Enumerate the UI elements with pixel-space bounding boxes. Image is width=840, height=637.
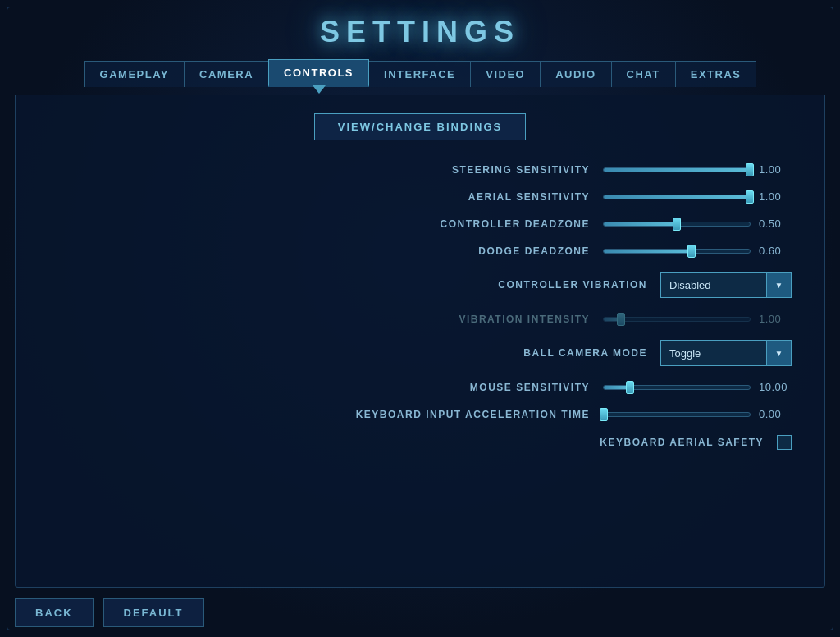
table-row: MOUSE SENSITIVITY 10.00 (48, 381, 792, 393)
steering-sensitivity-slider-container: 1.00 (603, 163, 792, 176)
ball-camera-mode-label: BALL CAMERA MODE (401, 347, 647, 359)
steering-sensitivity-fill (604, 168, 750, 172)
vibration-intensity-track (603, 317, 751, 322)
controller-deadzone-track[interactable] (603, 222, 751, 227)
dodge-deadzone-thumb (687, 245, 696, 258)
table-row: KEYBOARD INPUT ACCELERATION TIME 0.00 (48, 408, 792, 420)
tab-video[interactable]: VIDEO (470, 61, 541, 87)
dropdown-arrow-icon: ▼ (766, 341, 791, 365)
page-title: SETTINGS (0, 15, 840, 49)
table-row: STEERING SENSITIVITY 1.00 (48, 163, 792, 176)
aerial-sensitivity-track[interactable] (603, 195, 751, 199)
controller-deadzone-label: CONTROLLER DEADZONE (344, 218, 590, 230)
controller-deadzone-thumb (673, 218, 681, 231)
bottom-bar: BACK DEFAULT (15, 598, 204, 627)
aerial-sensitivity-slider-container: 1.00 (603, 190, 792, 203)
mouse-sensitivity-label: MOUSE SENSITIVITY (344, 382, 590, 393)
steering-sensitivity-track[interactable] (603, 167, 751, 172)
dodge-deadzone-track[interactable] (603, 249, 751, 254)
controller-deadzone-fill (604, 222, 677, 226)
controller-vibration-dropdown[interactable]: Disabled ▼ (660, 272, 792, 298)
keyboard-input-accel-value: 0.00 (759, 408, 792, 420)
mouse-sensitivity-value: 10.00 (759, 381, 792, 393)
table-row: AERIAL SENSITIVITY 1.00 (48, 190, 792, 203)
ball-camera-mode-value: Toggle (661, 343, 766, 364)
keyboard-input-accel-label: KEYBOARD INPUT ACCELERATION TIME (344, 409, 590, 420)
table-row: VIBRATION INTENSITY 1.00 (48, 313, 792, 325)
aerial-sensitivity-fill (604, 195, 750, 199)
tabs-bar: GAMEPLAY CAMERA CONTROLS INTERFACE VIDEO… (0, 59, 840, 87)
mouse-sensitivity-thumb (626, 381, 634, 394)
tab-audio[interactable]: AUDIO (540, 61, 611, 87)
vibration-intensity-value: 1.00 (759, 313, 792, 325)
mouse-sensitivity-track[interactable] (603, 385, 751, 390)
tab-controls[interactable]: CONTROLS (268, 59, 369, 87)
aerial-sensitivity-thumb (746, 190, 754, 204)
table-row: DODGE DEADZONE 0.60 (48, 245, 792, 257)
settings-list: STEERING SENSITIVITY 1.00 AERIAL SENSITI… (16, 163, 824, 450)
view-bindings-button[interactable]: VIEW/CHANGE BINDINGS (314, 113, 526, 140)
table-row: KEYBOARD AERIAL SAFETY (48, 435, 792, 450)
dropdown-arrow-icon: ▼ (766, 273, 791, 297)
aerial-sensitivity-label: AERIAL SENSITIVITY (344, 191, 590, 203)
aerial-sensitivity-value: 1.00 (759, 190, 792, 203)
steering-sensitivity-value: 1.00 (759, 163, 792, 176)
steering-sensitivity-label: STEERING SENSITIVITY (344, 164, 590, 176)
keyboard-input-accel-track[interactable] (603, 412, 751, 417)
ball-camera-mode-dropdown[interactable]: Toggle ▼ (660, 340, 792, 366)
table-row: BALL CAMERA MODE Toggle ▼ (48, 340, 792, 366)
dodge-deadzone-slider-container: 0.60 (603, 245, 792, 257)
controller-deadzone-slider-container: 0.50 (603, 218, 792, 230)
content-area: VIEW/CHANGE BINDINGS STEERING SENSITIVIT… (15, 95, 825, 588)
table-row: CONTROLLER VIBRATION Disabled ▼ (48, 272, 792, 298)
controller-vibration-label: CONTROLLER VIBRATION (401, 279, 647, 291)
mouse-sensitivity-slider-container: 10.00 (603, 381, 792, 393)
tab-chat[interactable]: CHAT (611, 61, 676, 87)
steering-sensitivity-thumb (746, 163, 754, 176)
keyboard-aerial-safety-checkbox[interactable] (777, 435, 792, 450)
vibration-intensity-label: VIBRATION INTENSITY (344, 314, 590, 325)
dodge-deadzone-label: DODGE DEADZONE (344, 245, 590, 257)
keyboard-input-accel-thumb (600, 408, 608, 421)
controller-vibration-value: Disabled (661, 275, 766, 296)
default-button[interactable]: DEFAULT (103, 598, 204, 627)
tab-interface[interactable]: INTERFACE (368, 61, 471, 87)
tab-extras[interactable]: EXTRAS (675, 61, 757, 87)
dodge-deadzone-value: 0.60 (759, 245, 792, 257)
back-button[interactable]: BACK (15, 598, 94, 627)
keyboard-input-accel-slider-container: 0.00 (603, 408, 792, 420)
tab-gameplay[interactable]: GAMEPLAY (84, 61, 185, 87)
controller-deadzone-value: 0.50 (759, 218, 792, 230)
dodge-deadzone-fill (604, 250, 692, 253)
vibration-intensity-thumb (617, 313, 625, 326)
vibration-intensity-slider-container: 1.00 (603, 313, 792, 325)
tab-camera[interactable]: CAMERA (184, 61, 269, 87)
keyboard-aerial-safety-label: KEYBOARD AERIAL SAFETY (518, 437, 764, 448)
table-row: CONTROLLER DEADZONE 0.50 (48, 218, 792, 230)
active-tab-arrow (313, 85, 326, 94)
